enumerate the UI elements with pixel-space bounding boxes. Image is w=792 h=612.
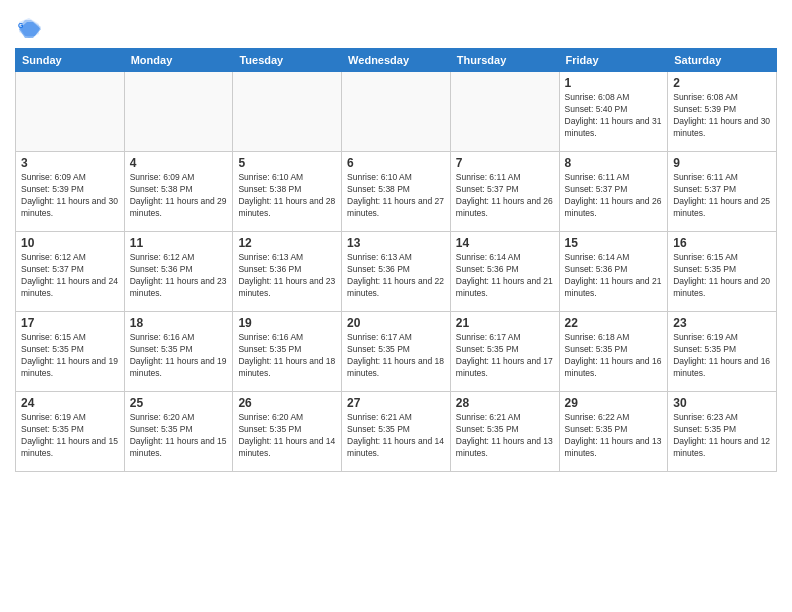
day-number: 1: [565, 76, 663, 90]
day-info: Sunrise: 6:09 AM Sunset: 5:38 PM Dayligh…: [130, 172, 228, 220]
day-info: Sunrise: 6:09 AM Sunset: 5:39 PM Dayligh…: [21, 172, 119, 220]
day-info: Sunrise: 6:15 AM Sunset: 5:35 PM Dayligh…: [673, 252, 771, 300]
calendar-empty-cell: [233, 72, 342, 152]
calendar-day-15: 15Sunrise: 6:14 AM Sunset: 5:36 PM Dayli…: [559, 232, 668, 312]
day-number: 10: [21, 236, 119, 250]
weekday-header-saturday: Saturday: [668, 49, 777, 72]
day-number: 11: [130, 236, 228, 250]
calendar-day-16: 16Sunrise: 6:15 AM Sunset: 5:35 PM Dayli…: [668, 232, 777, 312]
day-number: 24: [21, 396, 119, 410]
day-number: 17: [21, 316, 119, 330]
day-info: Sunrise: 6:15 AM Sunset: 5:35 PM Dayligh…: [21, 332, 119, 380]
day-number: 16: [673, 236, 771, 250]
calendar-week-row: 3Sunrise: 6:09 AM Sunset: 5:39 PM Daylig…: [16, 152, 777, 232]
calendar-day-20: 20Sunrise: 6:17 AM Sunset: 5:35 PM Dayli…: [342, 312, 451, 392]
calendar-day-29: 29Sunrise: 6:22 AM Sunset: 5:35 PM Dayli…: [559, 392, 668, 472]
day-number: 26: [238, 396, 336, 410]
day-number: 14: [456, 236, 554, 250]
day-info: Sunrise: 6:17 AM Sunset: 5:35 PM Dayligh…: [456, 332, 554, 380]
day-info: Sunrise: 6:10 AM Sunset: 5:38 PM Dayligh…: [347, 172, 445, 220]
weekday-header-tuesday: Tuesday: [233, 49, 342, 72]
day-number: 2: [673, 76, 771, 90]
weekday-header-sunday: Sunday: [16, 49, 125, 72]
calendar-day-21: 21Sunrise: 6:17 AM Sunset: 5:35 PM Dayli…: [450, 312, 559, 392]
calendar: SundayMondayTuesdayWednesdayThursdayFrid…: [15, 48, 777, 472]
calendar-day-6: 6Sunrise: 6:10 AM Sunset: 5:38 PM Daylig…: [342, 152, 451, 232]
weekday-header-thursday: Thursday: [450, 49, 559, 72]
calendar-day-23: 23Sunrise: 6:19 AM Sunset: 5:35 PM Dayli…: [668, 312, 777, 392]
calendar-day-17: 17Sunrise: 6:15 AM Sunset: 5:35 PM Dayli…: [16, 312, 125, 392]
calendar-empty-cell: [16, 72, 125, 152]
day-number: 9: [673, 156, 771, 170]
day-info: Sunrise: 6:13 AM Sunset: 5:36 PM Dayligh…: [347, 252, 445, 300]
calendar-day-19: 19Sunrise: 6:16 AM Sunset: 5:35 PM Dayli…: [233, 312, 342, 392]
day-number: 12: [238, 236, 336, 250]
day-info: Sunrise: 6:12 AM Sunset: 5:37 PM Dayligh…: [21, 252, 119, 300]
calendar-day-14: 14Sunrise: 6:14 AM Sunset: 5:36 PM Dayli…: [450, 232, 559, 312]
calendar-day-5: 5Sunrise: 6:10 AM Sunset: 5:38 PM Daylig…: [233, 152, 342, 232]
day-info: Sunrise: 6:08 AM Sunset: 5:40 PM Dayligh…: [565, 92, 663, 140]
calendar-week-row: 10Sunrise: 6:12 AM Sunset: 5:37 PM Dayli…: [16, 232, 777, 312]
day-info: Sunrise: 6:13 AM Sunset: 5:36 PM Dayligh…: [238, 252, 336, 300]
calendar-empty-cell: [450, 72, 559, 152]
calendar-day-27: 27Sunrise: 6:21 AM Sunset: 5:35 PM Dayli…: [342, 392, 451, 472]
day-info: Sunrise: 6:10 AM Sunset: 5:38 PM Dayligh…: [238, 172, 336, 220]
day-number: 22: [565, 316, 663, 330]
svg-text:G: G: [18, 22, 24, 29]
calendar-week-row: 1Sunrise: 6:08 AM Sunset: 5:40 PM Daylig…: [16, 72, 777, 152]
day-number: 18: [130, 316, 228, 330]
day-info: Sunrise: 6:18 AM Sunset: 5:35 PM Dayligh…: [565, 332, 663, 380]
day-info: Sunrise: 6:11 AM Sunset: 5:37 PM Dayligh…: [673, 172, 771, 220]
calendar-week-row: 24Sunrise: 6:19 AM Sunset: 5:35 PM Dayli…: [16, 392, 777, 472]
logo-icon: G: [15, 14, 43, 42]
calendar-day-7: 7Sunrise: 6:11 AM Sunset: 5:37 PM Daylig…: [450, 152, 559, 232]
day-number: 20: [347, 316, 445, 330]
weekday-header-row: SundayMondayTuesdayWednesdayThursdayFrid…: [16, 49, 777, 72]
day-info: Sunrise: 6:11 AM Sunset: 5:37 PM Dayligh…: [456, 172, 554, 220]
day-number: 8: [565, 156, 663, 170]
day-info: Sunrise: 6:19 AM Sunset: 5:35 PM Dayligh…: [673, 332, 771, 380]
day-number: 28: [456, 396, 554, 410]
day-number: 27: [347, 396, 445, 410]
day-number: 3: [21, 156, 119, 170]
day-info: Sunrise: 6:11 AM Sunset: 5:37 PM Dayligh…: [565, 172, 663, 220]
calendar-day-3: 3Sunrise: 6:09 AM Sunset: 5:39 PM Daylig…: [16, 152, 125, 232]
day-number: 25: [130, 396, 228, 410]
calendar-day-8: 8Sunrise: 6:11 AM Sunset: 5:37 PM Daylig…: [559, 152, 668, 232]
calendar-day-2: 2Sunrise: 6:08 AM Sunset: 5:39 PM Daylig…: [668, 72, 777, 152]
calendar-day-18: 18Sunrise: 6:16 AM Sunset: 5:35 PM Dayli…: [124, 312, 233, 392]
day-number: 19: [238, 316, 336, 330]
day-info: Sunrise: 6:20 AM Sunset: 5:35 PM Dayligh…: [238, 412, 336, 460]
day-info: Sunrise: 6:12 AM Sunset: 5:36 PM Dayligh…: [130, 252, 228, 300]
calendar-day-4: 4Sunrise: 6:09 AM Sunset: 5:38 PM Daylig…: [124, 152, 233, 232]
day-number: 5: [238, 156, 336, 170]
day-info: Sunrise: 6:20 AM Sunset: 5:35 PM Dayligh…: [130, 412, 228, 460]
day-info: Sunrise: 6:19 AM Sunset: 5:35 PM Dayligh…: [21, 412, 119, 460]
day-number: 13: [347, 236, 445, 250]
day-number: 6: [347, 156, 445, 170]
page: G SundayMondayTuesdayWednesdayThursdayFr…: [0, 0, 792, 612]
day-info: Sunrise: 6:22 AM Sunset: 5:35 PM Dayligh…: [565, 412, 663, 460]
day-info: Sunrise: 6:14 AM Sunset: 5:36 PM Dayligh…: [565, 252, 663, 300]
calendar-day-10: 10Sunrise: 6:12 AM Sunset: 5:37 PM Dayli…: [16, 232, 125, 312]
day-info: Sunrise: 6:21 AM Sunset: 5:35 PM Dayligh…: [347, 412, 445, 460]
calendar-day-24: 24Sunrise: 6:19 AM Sunset: 5:35 PM Dayli…: [16, 392, 125, 472]
day-info: Sunrise: 6:21 AM Sunset: 5:35 PM Dayligh…: [456, 412, 554, 460]
header: G: [15, 10, 777, 42]
weekday-header-friday: Friday: [559, 49, 668, 72]
day-info: Sunrise: 6:16 AM Sunset: 5:35 PM Dayligh…: [238, 332, 336, 380]
calendar-day-13: 13Sunrise: 6:13 AM Sunset: 5:36 PM Dayli…: [342, 232, 451, 312]
day-number: 21: [456, 316, 554, 330]
day-info: Sunrise: 6:17 AM Sunset: 5:35 PM Dayligh…: [347, 332, 445, 380]
day-number: 30: [673, 396, 771, 410]
calendar-day-26: 26Sunrise: 6:20 AM Sunset: 5:35 PM Dayli…: [233, 392, 342, 472]
calendar-day-9: 9Sunrise: 6:11 AM Sunset: 5:37 PM Daylig…: [668, 152, 777, 232]
calendar-week-row: 17Sunrise: 6:15 AM Sunset: 5:35 PM Dayli…: [16, 312, 777, 392]
day-number: 7: [456, 156, 554, 170]
calendar-day-11: 11Sunrise: 6:12 AM Sunset: 5:36 PM Dayli…: [124, 232, 233, 312]
day-number: 29: [565, 396, 663, 410]
weekday-header-wednesday: Wednesday: [342, 49, 451, 72]
day-info: Sunrise: 6:08 AM Sunset: 5:39 PM Dayligh…: [673, 92, 771, 140]
day-info: Sunrise: 6:23 AM Sunset: 5:35 PM Dayligh…: [673, 412, 771, 460]
calendar-empty-cell: [342, 72, 451, 152]
